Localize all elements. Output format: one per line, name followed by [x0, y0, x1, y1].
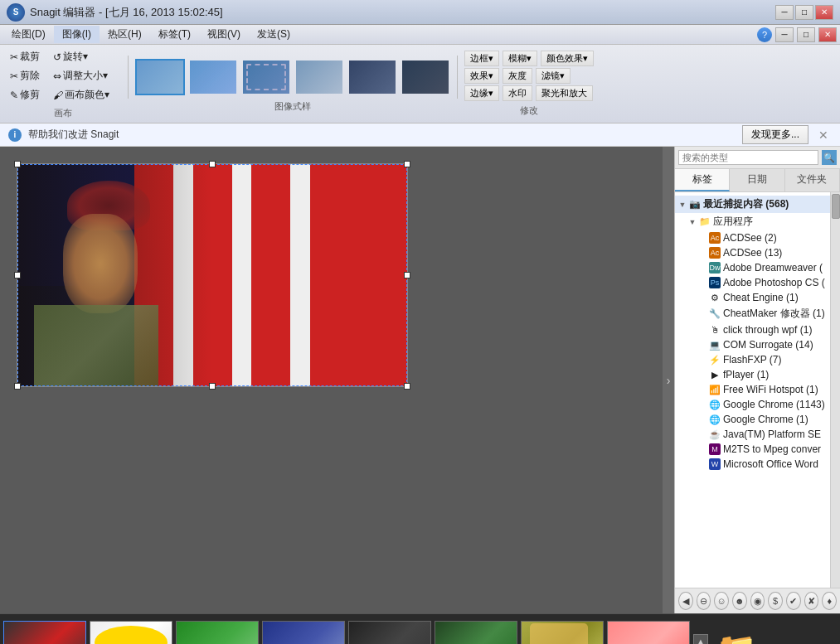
tree-item-comsurrogate[interactable]: 💻 COM Surrogate (14) — [675, 337, 830, 352]
filmstrip-thumb-8[interactable]: jpg — [607, 621, 690, 645]
minimize-button[interactable]: ─ — [775, 5, 794, 20]
menu-send[interactable]: 发送(S) — [249, 26, 299, 43]
filmstrip-thumb-7[interactable]: jpg — [521, 621, 604, 645]
style-thumb-1[interactable] — [135, 59, 185, 95]
ff-label: FlashFXP (7) — [723, 354, 827, 366]
tree-item-freewifi[interactable]: 📶 Free WiFi Hotspot (1) — [675, 382, 830, 397]
close-app-button[interactable]: ✕ — [818, 27, 837, 42]
help-button[interactable]: ? — [757, 27, 772, 42]
handle-middle-left[interactable] — [14, 272, 21, 278]
tab-tags[interactable]: 标签 — [675, 169, 730, 191]
edge-button[interactable]: 边缘▾ — [464, 85, 499, 101]
panel-btn-5[interactable]: ◉ — [750, 592, 765, 610]
tree-item-dreamweaver[interactable]: Dw Adobe Dreamweaver ( — [675, 260, 830, 275]
filmstrip-thumb-1[interactable]: jpg — [3, 621, 86, 645]
panel-scrollbar[interactable] — [830, 192, 840, 588]
cut-button[interactable]: ✂ 剪除 — [5, 67, 45, 85]
handle-top-middle[interactable] — [209, 161, 216, 167]
tree-item-chrome2[interactable]: 🌐 Google Chrome (1) — [675, 412, 830, 427]
canvas-color-button[interactable]: 🖌 画布颜色▾ — [48, 86, 114, 104]
trim-button[interactable]: ✎ 修剪 — [5, 86, 45, 104]
handle-middle-right[interactable] — [404, 272, 410, 278]
trim-label: 修剪 — [20, 88, 40, 102]
title-bar: S Snagit 编辑器 - [七月 16, 2013 15:02:45] ─ … — [0, 0, 840, 25]
tree-root-item[interactable]: ▼ 📷 最近捕捉内容 (568) — [675, 196, 830, 213]
gc2-expand — [698, 415, 706, 424]
handle-bottom-middle[interactable] — [209, 383, 216, 390]
panel-btn-6[interactable]: $ — [768, 592, 783, 610]
tree-item-m2ts[interactable]: M M2TS to Mpeg conver — [675, 442, 830, 457]
canvas-area[interactable] — [0, 147, 663, 613]
image-container[interactable] — [17, 163, 408, 387]
discover-more-button[interactable]: 发现更多... — [742, 125, 808, 144]
tree-item-acdsee1[interactable]: Ac ACDSee (2) — [675, 230, 830, 245]
panel-btn-9[interactable]: ♦ — [822, 592, 837, 610]
collapse-panel-button[interactable]: › — [663, 147, 674, 613]
tree-item-cheatmaker[interactable]: 🔧 CheatMaker 修改器 (1) — [675, 305, 830, 322]
resize-button[interactable]: ⇔ 调整大小▾ — [48, 67, 113, 85]
watermark-button[interactable]: 水印 — [503, 85, 532, 101]
handle-top-right[interactable] — [404, 161, 410, 167]
tree-root: ▼ 📷 最近捕捉内容 (568) ▼ 📁 应用程序 Ac ACDSee (2) — [675, 192, 830, 475]
tree-item-cheatengine[interactable]: ⚙ Cheat Engine (1) — [675, 290, 830, 305]
menu-hotspot[interactable]: 热区(H) — [100, 26, 150, 43]
filmstrip-up-button[interactable]: ▲ — [693, 634, 708, 645]
handle-bottom-left[interactable] — [14, 383, 21, 390]
tree-item-clickthrough[interactable]: 🖱 click through wpf (1) — [675, 322, 830, 337]
filter-button[interactable]: 滤镜▾ — [536, 68, 571, 84]
search-input[interactable] — [678, 150, 818, 165]
panel-btn-4[interactable]: ☻ — [732, 592, 747, 610]
style-thumb-5[interactable] — [347, 59, 397, 95]
dw-icon: Dw — [709, 262, 721, 274]
tree-item-acdsee2[interactable]: Ac ACDSee (13) — [675, 245, 830, 260]
rotate-button[interactable]: ↺ 旋转▾ — [48, 48, 93, 65]
tree-item-flashfxp[interactable]: ⚡ FlashFXP (7) — [675, 352, 830, 367]
filmstrip-thumb-3[interactable]: jpg — [176, 621, 259, 645]
panel-btn-8[interactable]: ✘ — [804, 592, 819, 610]
tab-date[interactable]: 日期 — [730, 169, 784, 191]
restore-app-button[interactable]: □ — [797, 27, 815, 42]
notify-close-button[interactable]: ✕ — [815, 128, 832, 142]
grayscale-button[interactable]: 灰度 — [503, 68, 532, 84]
java-expand — [698, 430, 706, 438]
tab-folder[interactable]: 文件夹 — [785, 169, 840, 191]
panel-btn-2[interactable]: ⊖ — [697, 592, 711, 610]
filmstrip-thumb-6[interactable]: jpg — [435, 621, 517, 645]
minimize-app-button[interactable]: ─ — [775, 27, 794, 42]
menu-image[interactable]: 图像(I) — [54, 26, 100, 43]
filmstrip-thumb-2[interactable]: jpg — [90, 621, 172, 645]
tree-apps-item[interactable]: ▼ 📁 应用程序 — [675, 213, 830, 230]
menu-drawing[interactable]: 绘图(D) — [3, 26, 54, 43]
spotlight-button[interactable]: 聚光和放大 — [536, 85, 593, 101]
restore-button[interactable]: □ — [795, 5, 813, 20]
color-effects-button[interactable]: 颜色效果▾ — [541, 51, 594, 66]
tree-item-word[interactable]: W Microsoft Office Word — [675, 457, 830, 472]
panel-btn-7[interactable]: ✔ — [786, 592, 801, 610]
rotate-label: 旋转▾ — [63, 50, 88, 64]
style-thumb-4[interactable] — [294, 59, 344, 95]
tree-item-java[interactable]: ☕ Java(TM) Platform SE — [675, 427, 830, 442]
panel-btn-1[interactable]: ◀ — [678, 592, 693, 610]
handle-bottom-right[interactable] — [404, 383, 410, 390]
border-button[interactable]: 边框▾ — [464, 51, 499, 66]
filmstrip-thumb-5[interactable]: jpg — [348, 621, 431, 645]
handle-top-left[interactable] — [14, 161, 21, 167]
search-button[interactable]: 🔍 — [822, 150, 837, 165]
style-thumb-2[interactable] — [188, 59, 238, 95]
tree-area[interactable]: ▼ 📷 最近捕捉内容 (568) ▼ 📁 应用程序 Ac ACDSee (2) — [675, 192, 830, 588]
menu-tags[interactable]: 标签(T) — [150, 26, 199, 43]
panel-btn-3[interactable]: ☺ — [714, 592, 729, 610]
filmstrip-folder-button[interactable]: 📁 — [711, 621, 761, 645]
effects-button[interactable]: 效果▾ — [464, 68, 499, 84]
tree-item-chrome1[interactable]: 🌐 Google Chrome (1143) — [675, 397, 830, 412]
menu-view[interactable]: 视图(V) — [199, 26, 249, 43]
tree-item-fplayer[interactable]: ▶ fPlayer (1) — [675, 367, 830, 382]
crop-button[interactable]: ✂ 裁剪 — [5, 48, 45, 65]
filmstrip-thumb-4[interactable]: jpg — [262, 621, 345, 645]
word-label: Microsoft Office Word — [723, 458, 827, 470]
close-button[interactable]: ✕ — [815, 5, 833, 20]
style-thumb-3[interactable] — [241, 59, 291, 95]
blur-button[interactable]: 模糊▾ — [503, 51, 537, 66]
style-thumb-6[interactable] — [401, 59, 450, 95]
tree-item-photoshop[interactable]: Ps Adobe Photoshop CS ( — [675, 275, 830, 290]
